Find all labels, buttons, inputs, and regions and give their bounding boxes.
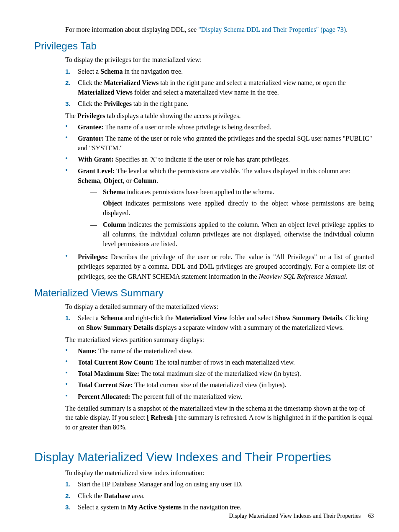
intro-pre: For more information about displaying DD…: [65, 26, 198, 33]
mv-bold: Materialized View: [175, 314, 228, 321]
mvs-step-1: 1. Select a Schema and right-click the M…: [65, 313, 374, 332]
bullet-name: • Name: The name of the materialized vie…: [65, 346, 374, 356]
show-summary-bold: Show Summary Details: [86, 324, 153, 331]
label: Grantee:: [78, 123, 103, 131]
t: indicates permissions have been applied …: [125, 188, 274, 195]
intro-post: .: [346, 26, 348, 33]
footer-page-number: 63: [368, 513, 374, 519]
idx-step-3: 3. Select a system in My Active Systems …: [65, 502, 374, 512]
bullet-grantee: • Grantee: The name of a user or role wh…: [65, 122, 374, 132]
privileges-bold: Privileges: [77, 112, 105, 119]
database-bold: Database: [104, 492, 130, 499]
idx-step-2: 2. Click the Database area.: [65, 491, 374, 501]
t: folder and select a materialized view na…: [133, 89, 279, 96]
idx-steps: 1. Start the HP Database Manager and log…: [65, 479, 374, 512]
page-footer: Display Materialized View Indexes and Th…: [229, 513, 374, 519]
schema-bold: Schema: [100, 314, 123, 321]
t: Start the HP Database Manager and log on…: [78, 479, 374, 489]
t: folder and select: [228, 314, 275, 321]
bullet-grantor: • Grantor: The name of the user or role …: [65, 134, 374, 153]
manual-italic: Neoview SQL Reference Manual: [259, 273, 346, 280]
t: , or: [123, 177, 133, 184]
xref-display-schema-ddl[interactable]: "Display Schema DDL and Their Properties…: [198, 26, 346, 33]
label: Grant Level:: [78, 167, 115, 175]
bullet-row-count: • Total Current Row Count: The total num…: [65, 357, 374, 367]
label: Total Current Size:: [78, 381, 133, 388]
t: Select a: [78, 68, 100, 75]
t: The percent full of the materialized vie…: [130, 393, 242, 400]
t: Click the: [78, 100, 104, 107]
t: The name of the materialized view.: [97, 347, 192, 355]
privileges-bold: Privileges: [104, 100, 132, 107]
dash-column: — Column indicates the permissions appli…: [90, 220, 374, 249]
mv-folder-bold: Materialized Views: [78, 89, 133, 96]
bullet-icon: •: [65, 392, 78, 401]
t: in the navigation tree.: [123, 68, 183, 75]
mvs-lead: To display a detailed summary of the mat…: [65, 302, 374, 311]
my-active-systems-bold: My Active Systems: [128, 504, 182, 511]
t: .: [346, 273, 348, 280]
bullet-max-size: • Total Maximum Size: The total maximum …: [65, 369, 374, 378]
label: Name:: [78, 347, 97, 355]
bullet-icon: •: [65, 154, 78, 164]
bullet-icon: •: [65, 166, 78, 251]
t: The name of a user or role whose privile…: [103, 123, 271, 131]
mvs-tail: The detailed summary is a snapshot of th…: [65, 404, 374, 432]
show-summary-bold: Show Summary Details: [275, 314, 342, 321]
label: With Grant:: [78, 156, 113, 163]
t: tab in the right pane.: [132, 100, 189, 107]
footer-section-title: Display Materialized View Indexes and Th…: [229, 513, 361, 519]
t: Click the: [78, 492, 104, 499]
t: and right-click the: [123, 314, 175, 321]
t: Select a system in: [78, 504, 128, 511]
column-bold: Column: [133, 177, 156, 184]
bullet-percent-allocated: • Percent Allocated: The percent full of…: [65, 392, 374, 401]
grant-level-sublist: — Schema indicates permissions have been…: [90, 187, 374, 249]
priv-step-2: 2. Click the Materialized Views tab in t…: [65, 78, 374, 97]
t: Select a: [78, 314, 100, 321]
object-bold: Object: [103, 200, 122, 207]
bullet-icon: •: [65, 346, 78, 356]
label: Total Current Row Count:: [78, 359, 154, 366]
bullet-icon: •: [65, 134, 78, 153]
bullet-privileges: • Privileges: Describes the privilege of…: [65, 252, 374, 281]
t: tab in the right pane and select a mater…: [159, 79, 345, 86]
priv-lead: To display the privileges for the materi…: [65, 55, 374, 64]
bullet-icon: •: [65, 252, 78, 281]
schema-bold: Schema: [103, 188, 125, 195]
step-number: 1.: [65, 479, 78, 489]
t: indicates permissions were applied direc…: [103, 200, 374, 216]
step-number: 1.: [65, 313, 78, 332]
t: tab displays a table showing the access …: [105, 112, 241, 119]
step-number: 3.: [65, 502, 78, 512]
step-number: 2.: [65, 78, 78, 97]
dash-icon: —: [90, 198, 103, 218]
bullet-icon: •: [65, 122, 78, 132]
step-number: 2.: [65, 491, 78, 501]
label: Privileges:: [78, 253, 108, 260]
label: Total Maximum Size:: [78, 370, 139, 377]
bullet-icon: •: [65, 380, 78, 390]
dash-icon: —: [90, 187, 103, 197]
priv-steps: 1. Select a Schema in the navigation tre…: [65, 67, 374, 109]
bullet-icon: •: [65, 369, 78, 378]
t: The total maximum size of the materializ…: [139, 370, 301, 377]
mv-tab-bold: Materialized Views: [104, 79, 159, 86]
mvs-bullets: • Name: The name of the materialized vie…: [65, 346, 374, 401]
t: The level at which the permissions are v…: [115, 167, 350, 175]
t: in the navigation tree.: [182, 504, 242, 511]
dash-schema: — Schema indicates permissions have been…: [90, 187, 374, 197]
mvs-steps: 1. Select a Schema and right-click the M…: [65, 313, 374, 332]
bullet-current-size: • Total Current Size: The total current …: [65, 380, 374, 390]
bullet-grant-level: • Grant Level: The level at which the pe…: [65, 166, 374, 251]
idx-lead: To display the materialized view index i…: [65, 468, 374, 478]
intro-paragraph: For more information about displaying DD…: [65, 25, 374, 34]
priv-tab-line: The Privileges tab displays a table show…: [65, 111, 374, 121]
t: Specifies an 'X' to indicate if the user…: [113, 156, 290, 163]
heading-mv-indexes: Display Materialized View Indexes and Th…: [34, 450, 374, 464]
t: The total current size of the materializ…: [133, 381, 286, 388]
t: The total number of rows in each materia…: [154, 359, 295, 366]
schema-bold: Schema: [100, 68, 123, 75]
step-number: 1.: [65, 67, 78, 76]
bullet-with-grant: • With Grant: Specifies an 'X' to indica…: [65, 154, 374, 164]
